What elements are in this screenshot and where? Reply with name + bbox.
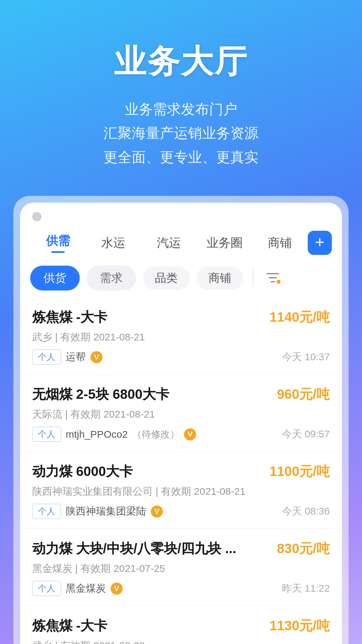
item-price: 960元/吨: [277, 385, 330, 404]
supply-filter-button[interactable]: 供货: [30, 266, 80, 290]
list-item[interactable]: 炼焦煤 -大卡 1140元/吨 武乡 | 有效期 2021-08-21 个人 运…: [20, 297, 342, 374]
tabs-row: 供需 水运 汽运 业务圈 商铺 +: [20, 225, 342, 260]
item-meta: 黑金煤炭 | 有效期 2021-07-25: [32, 562, 330, 576]
items-list: 炼焦煤 -大卡 1140元/吨 武乡 | 有效期 2021-08-21 个人 运…: [20, 297, 342, 644]
item-time: 今天 08:36: [282, 504, 330, 518]
subtitle-line3: 更全面、更专业、更真实: [20, 145, 342, 169]
item-title: 炼焦煤 -大卡: [32, 308, 107, 326]
item-user: 陕西神瑞集团梁陆: [66, 504, 146, 518]
personal-tag: 个人: [32, 427, 61, 442]
subtitle-line2: 汇聚海量产运销业务资源: [20, 121, 342, 145]
item-user: mtjh_PPOco2: [66, 429, 128, 440]
filter-icon-button[interactable]: [263, 268, 283, 288]
tab-business-circle[interactable]: 业务圈: [197, 231, 252, 255]
item-user: 黑金煤炭: [66, 582, 106, 595]
category-filter-tag[interactable]: 品类: [143, 266, 190, 290]
personal-tag: 个人: [32, 581, 61, 596]
item-user: 运帮: [66, 350, 86, 364]
list-item[interactable]: 无烟煤 2-5块 6800大卡 960元/吨 天际流 | 有效期 2021-08…: [20, 374, 342, 451]
list-item[interactable]: 炼焦煤 -大卡 1130元/吨 武乡 | 有效期 2021-08-20 个人 运…: [20, 606, 342, 644]
item-time: 昨天 11:22: [282, 582, 330, 595]
svg-point-0: [277, 280, 281, 284]
list-item[interactable]: 动力煤 6000大卡 1100元/吨 陕西神瑞实业集团有限公司 | 有效期 20…: [20, 451, 342, 529]
store-filter-tag[interactable]: 商铺: [196, 266, 243, 290]
page-title: 业务大厅: [20, 40, 342, 84]
personal-tag: 个人: [32, 504, 61, 519]
header-section: 业务大厅 业务需求发布门户 汇聚海量产运销业务资源 更全面、更专业、更真实: [0, 0, 362, 196]
item-title: 无烟煤 2-5块 6800大卡: [32, 385, 169, 404]
filter-row: 供货 需求 品类 商铺: [20, 260, 342, 297]
item-price: 1130元/吨: [269, 616, 330, 635]
item-title: 动力煤 大块/中块/八零块/四九块 ...: [32, 539, 236, 558]
add-button[interactable]: +: [308, 231, 332, 255]
indicator-dot: [32, 212, 42, 221]
item-price: 1140元/吨: [269, 308, 330, 326]
main-card: 供需 水运 汽运 业务圈 商铺 + 供货 需求 品类 商铺: [20, 203, 342, 644]
card-wrapper: 供需 水运 汽运 业务圈 商铺 + 供货 需求 品类 商铺: [13, 196, 349, 644]
item-meta: 武乡 | 有效期 2021-08-20: [32, 639, 330, 644]
item-time: 今天 09:57: [282, 427, 330, 441]
item-title: 动力煤 6000大卡: [32, 462, 133, 481]
filter-icon: [264, 270, 281, 286]
plus-icon: +: [315, 234, 324, 250]
vip-badge: V: [111, 583, 123, 595]
subtitle-line1: 业务需求发布门户: [20, 97, 342, 121]
tab-truck-transport[interactable]: 汽运: [141, 231, 197, 255]
item-meta: 武乡 | 有效期 2021-08-21: [32, 330, 330, 344]
vip-badge: V: [184, 428, 196, 440]
filter-divider: [253, 270, 253, 286]
tab-supply-demand[interactable]: 供需: [30, 229, 86, 256]
vip-badge: V: [151, 505, 163, 518]
vip-badge: V: [90, 351, 103, 363]
item-title: 炼焦煤 -大卡: [32, 616, 107, 635]
pending-badge: （待修改）: [132, 428, 179, 441]
card-indicator: [20, 203, 342, 225]
tab-shop[interactable]: 商铺: [252, 231, 308, 255]
item-meta: 天际流 | 有效期 2021-08-21: [32, 408, 330, 421]
item-price: 1100元/吨: [269, 462, 330, 481]
list-item[interactable]: 动力煤 大块/中块/八零块/四九块 ... 830元/吨 黑金煤炭 | 有效期 …: [20, 529, 342, 606]
demand-filter-button[interactable]: 需求: [86, 266, 136, 290]
page-subtitle: 业务需求发布门户 汇聚海量产运销业务资源 更全面、更专业、更真实: [20, 97, 342, 169]
item-price: 830元/吨: [277, 539, 330, 558]
item-time: 今天 10:37: [282, 350, 330, 364]
personal-tag: 个人: [32, 350, 61, 365]
item-meta: 陕西神瑞实业集团有限公司 | 有效期 2021-08-21: [32, 485, 330, 498]
tab-water-transport[interactable]: 水运: [86, 231, 141, 255]
